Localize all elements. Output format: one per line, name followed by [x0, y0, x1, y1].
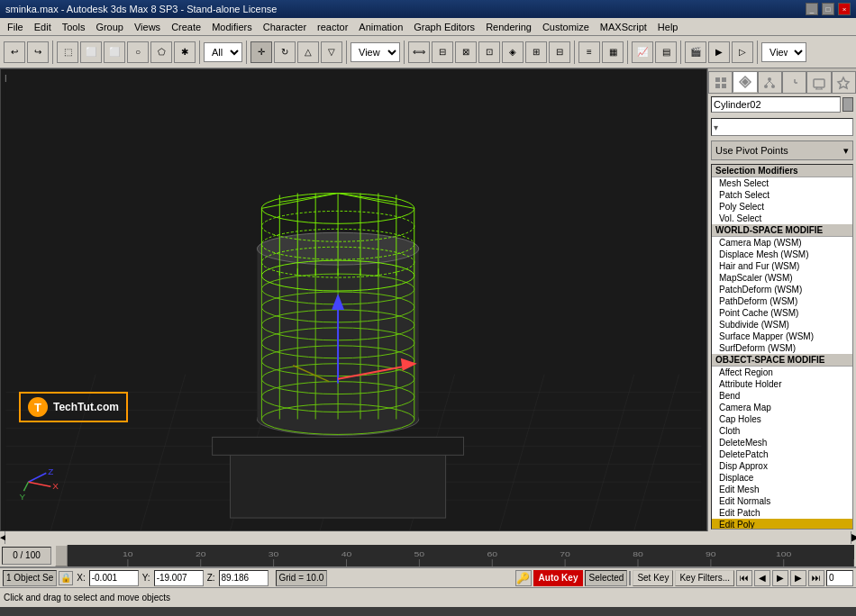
menu-edit[interactable]: Edit — [29, 18, 57, 35]
modifier-affect-region[interactable]: Affect Region — [712, 367, 852, 378]
modifier-list[interactable]: Selection Modifiers Mesh Select Patch Se… — [711, 164, 853, 530]
undo-button[interactable]: ↩ — [4, 41, 25, 63]
menu-group[interactable]: Group — [90, 18, 129, 35]
render-scene-button[interactable]: 🎬 — [685, 41, 706, 63]
menu-maxscript[interactable]: MAXScript — [595, 18, 652, 35]
viewport-perspective[interactable]: Perspective — [0, 68, 707, 531]
modifier-patch-select[interactable]: Patch Select — [712, 189, 852, 201]
tab-motion[interactable] — [782, 71, 806, 93]
menu-views[interactable]: Views — [129, 18, 166, 35]
lock-selection-button[interactable]: 🔒 — [59, 571, 73, 585]
modifier-edit-mesh[interactable]: Edit Mesh — [712, 484, 852, 495]
modifier-attribute-holder[interactable]: Attribute Holder — [712, 378, 852, 390]
fence-select-button[interactable]: ⬠ — [150, 41, 172, 63]
modifier-camera-map-wsm[interactable]: Camera Map (WSM) — [712, 237, 852, 249]
place-highlight-button[interactable]: ◈ — [502, 41, 524, 63]
frame-counter[interactable]: 0 / 100 — [2, 547, 51, 565]
render-type-button[interactable]: ▷ — [732, 41, 753, 63]
modifier-edit-poly[interactable]: Edit Poly — [712, 519, 852, 530]
layer-manager-button[interactable]: ≡ — [578, 41, 600, 63]
frame-number-input[interactable] — [826, 570, 853, 586]
go-to-start-button[interactable]: ⏮ — [736, 570, 752, 586]
timeline-track[interactable]: 10 20 30 40 50 60 70 80 90 100 — [55, 545, 854, 566]
scale-button[interactable]: △ — [297, 41, 319, 63]
key-filters-button[interactable]: Key Filters... — [675, 570, 734, 586]
modifier-subdivide-wsm[interactable]: Subdivide (WSM) — [712, 319, 852, 331]
z-transform-input[interactable] — [219, 570, 269, 586]
set-key-button[interactable]: Set Key — [633, 570, 673, 586]
maximize-button[interactable]: □ — [822, 3, 834, 15]
menu-animation[interactable]: Animation — [353, 18, 408, 35]
filter-dropdown[interactable]: All — [204, 42, 242, 62]
menu-help[interactable]: Help — [652, 18, 684, 35]
tab-modify[interactable] — [733, 71, 757, 93]
redo-button[interactable]: ↪ — [27, 41, 49, 63]
align-to-view-button[interactable]: ⊟ — [549, 41, 570, 63]
x-transform-input[interactable] — [89, 570, 139, 586]
menu-reactor[interactable]: reactor — [312, 18, 353, 35]
menu-rendering[interactable]: Rendering — [480, 18, 537, 35]
toggle-scene-explorer-button[interactable]: ▦ — [602, 41, 624, 63]
menu-file[interactable]: File — [2, 18, 29, 35]
modifier-pathdeform-wsm[interactable]: PathDeform (WSM) — [712, 295, 852, 307]
go-to-end-button[interactable]: ⏭ — [808, 570, 824, 586]
modifier-deletemesh[interactable]: DeleteMesh — [712, 437, 852, 448]
next-frame-button[interactable]: ▶ — [790, 570, 806, 586]
modifier-displace[interactable]: Displace — [712, 472, 852, 484]
lasso-select-button[interactable]: ✱ — [174, 41, 196, 63]
timeline-thumb[interactable] — [55, 545, 68, 566]
modifier-camera-map[interactable]: Camera Map — [712, 402, 852, 413]
modifier-patchdeform-wsm[interactable]: PatchDeform (WSM) — [712, 284, 852, 295]
select-by-name-button[interactable]: ⬜ — [80, 41, 102, 63]
modifier-vol-select[interactable]: Vol. Select — [712, 213, 852, 224]
modifier-edit-normals[interactable]: Edit Normals — [712, 495, 852, 507]
menu-graph-editors[interactable]: Graph Editors — [408, 18, 480, 35]
modifier-surface-mapper-wsm[interactable]: Surface Mapper (WSM) — [712, 331, 852, 342]
modifier-list-dropdown[interactable]: ▾ — [711, 118, 853, 136]
menu-create[interactable]: Create — [166, 18, 206, 35]
menu-customize[interactable]: Customize — [537, 18, 595, 35]
rect-select-button[interactable]: ⬜ — [104, 41, 125, 63]
auto-key-button[interactable]: Auto Key — [533, 570, 584, 586]
dope-sheet-button[interactable]: ▤ — [655, 41, 677, 63]
tab-hierarchy[interactable] — [758, 71, 782, 93]
normal-align-button[interactable]: ⊡ — [478, 41, 500, 63]
modifier-edit-patch[interactable]: Edit Patch — [712, 507, 852, 519]
modifier-surfdeform-wsm[interactable]: SurfDeform (WSM) — [712, 342, 852, 354]
select-button[interactable]: ⬚ — [57, 41, 78, 63]
modifier-poly-select[interactable]: Poly Select — [712, 201, 852, 213]
y-transform-input[interactable] — [154, 570, 204, 586]
tab-display[interactable] — [806, 71, 831, 93]
object-name-input[interactable] — [711, 96, 841, 113]
quick-render-button[interactable]: ▶ — [708, 41, 730, 63]
circle-select-button[interactable]: ○ — [127, 41, 149, 63]
align-button[interactable]: ⊟ — [432, 41, 453, 63]
scale-u-button[interactable]: ▽ — [321, 41, 342, 63]
prev-frame-button[interactable]: ◀ — [754, 570, 770, 586]
render-viewport-dropdown[interactable]: View — [761, 42, 806, 62]
menu-character[interactable]: Character — [258, 18, 312, 35]
timeline-right-arrow[interactable]: ▶ — [851, 531, 856, 544]
modifier-hair-fur-wsm[interactable]: Hair and Fur (WSM) — [712, 260, 852, 272]
modifier-disp-approx[interactable]: Disp Approx — [712, 460, 852, 472]
window-controls[interactable]: _ □ × — [806, 3, 851, 15]
modifier-mesh-select[interactable]: Mesh Select — [712, 177, 852, 189]
tab-utilities[interactable] — [832, 71, 856, 93]
reference-dropdown[interactable]: View — [351, 42, 400, 62]
modifier-point-cache-wsm[interactable]: Point Cache (WSM) — [712, 307, 852, 319]
mirror-button[interactable]: ⟺ — [408, 41, 430, 63]
use-pivot-bar[interactable]: Use Pivot Points ▾ — [711, 140, 853, 160]
align-camera-button[interactable]: ⊞ — [525, 41, 547, 63]
rotate-button[interactable]: ↻ — [274, 41, 296, 63]
modifier-deletepatch[interactable]: DeletePatch — [712, 448, 852, 460]
minimize-button[interactable]: _ — [806, 3, 818, 15]
modifier-cap-holes[interactable]: Cap Holes — [712, 413, 852, 425]
modifier-cloth[interactable]: Cloth — [712, 425, 852, 437]
menu-modifiers[interactable]: Modifiers — [206, 18, 258, 35]
object-color-swatch[interactable] — [842, 97, 853, 112]
menu-tools[interactable]: Tools — [57, 18, 91, 35]
curve-editor-button[interactable]: 📈 — [632, 41, 653, 63]
modifier-displace-mesh-wsm[interactable]: Displace Mesh (WSM) — [712, 249, 852, 260]
close-button[interactable]: × — [838, 3, 851, 15]
align-view-button[interactable]: ⊠ — [455, 41, 477, 63]
